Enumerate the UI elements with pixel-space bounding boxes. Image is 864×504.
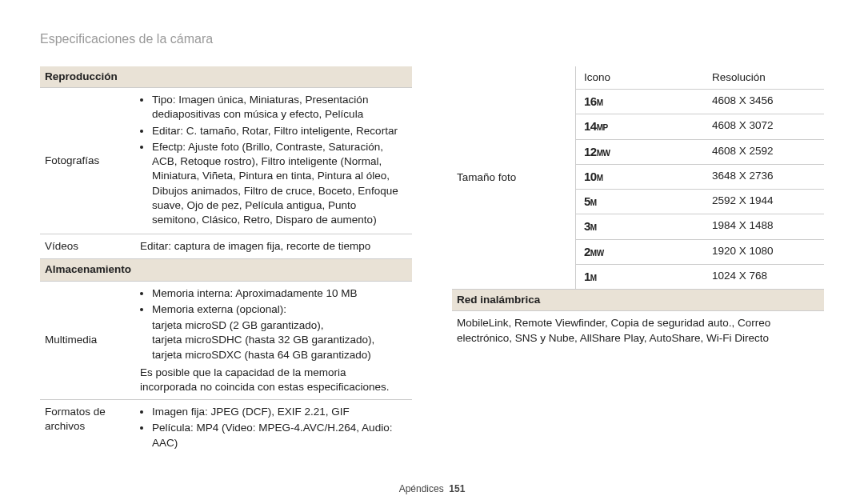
fotografias-bullet-1: Tipo: Imagen única, Miniaturas, Presenta… bbox=[152, 93, 406, 122]
size-icon-cell: 3M bbox=[576, 214, 704, 239]
size-table-row: 1M1024 X 768 bbox=[576, 264, 824, 289]
size-table-row: 5M2592 X 1944 bbox=[576, 190, 824, 214]
size-resolution-cell: 1920 X 1080 bbox=[704, 239, 824, 264]
size-icon-cell: 2MW bbox=[576, 239, 704, 264]
formatos-bullet-2: Película: MP4 (Video: MPEG-4.AVC/H.264, … bbox=[152, 421, 406, 450]
size-table-row: 3M1984 X 1488 bbox=[576, 214, 824, 239]
formatos-label: Formatos de archivos bbox=[40, 400, 135, 457]
videos-content: Editar: captura de imagen fija, recorte … bbox=[135, 234, 412, 259]
size-table-row: 14MP4608 X 3072 bbox=[576, 114, 824, 139]
page-footer: Apéndices 151 bbox=[0, 483, 864, 494]
tamano-foto-label: Tamaño foto bbox=[452, 66, 576, 290]
size-table-row: 16M4608 X 3456 bbox=[576, 90, 824, 114]
right-column: Tamaño foto Icono Resolución 16M4608 X 3… bbox=[452, 66, 824, 457]
videos-label: Vídeos bbox=[40, 234, 135, 259]
fotografias-content: Tipo: Imagen única, Miniaturas, Presenta… bbox=[135, 88, 412, 234]
wireless-content: MobileLink, Remote Viewfinder, Copia de … bbox=[452, 311, 824, 350]
formatos-content: Imagen fija: JPEG (DCF), EXIF 2.21, GIF … bbox=[135, 400, 412, 457]
size-resolution-cell: 3648 X 2736 bbox=[704, 164, 824, 189]
left-column: Reproducción Fotografías Tipo: Imagen ún… bbox=[40, 66, 412, 457]
size-resolution-cell: 4608 X 2592 bbox=[704, 139, 824, 164]
section-head-reproduccion: Reproducción bbox=[40, 66, 412, 88]
size-table-row: 12MW4608 X 2592 bbox=[576, 139, 824, 164]
size-icon-cell: 16M bbox=[576, 90, 704, 114]
section-head-red-inalambrica: Red inalámbrica bbox=[452, 290, 824, 311]
size-table-head-icono: Icono bbox=[576, 66, 704, 90]
size-table-row: 2MW1920 X 1080 bbox=[576, 239, 824, 264]
size-icon-cell: 1M bbox=[576, 264, 704, 289]
size-icon-cell: 12MW bbox=[576, 139, 704, 164]
size-resolution-cell: 4608 X 3072 bbox=[704, 114, 824, 139]
multimedia-sub-3: tarjeta microSDXC (hasta 64 GB garantiza… bbox=[140, 348, 406, 362]
multimedia-bullet-2: Memoria externa (opcional): bbox=[152, 302, 406, 317]
fotografias-label: Fotografías bbox=[40, 88, 135, 234]
size-resolution-cell: 1984 X 1488 bbox=[704, 214, 824, 239]
multimedia-bullet-1: Memoria interna: Aproximadamente 10 MB bbox=[152, 286, 406, 301]
footer-section-label: Apéndices bbox=[399, 483, 444, 494]
footer-page-number: 151 bbox=[449, 483, 465, 494]
multimedia-note: Es posible que la capacidad de la memori… bbox=[140, 366, 406, 394]
multimedia-sub-2: tarjeta microSDHC (hasta 32 GB garantiza… bbox=[140, 333, 406, 347]
fotografias-bullet-3: Efectp: Ajuste foto (Brillo, Contraste, … bbox=[152, 140, 406, 227]
multimedia-sub-1: tarjeta microSD (2 GB garantizado), bbox=[140, 318, 406, 333]
size-icon-cell: 14MP bbox=[576, 114, 704, 139]
formatos-bullet-1: Imagen fija: JPEG (DCF), EXIF 2.21, GIF bbox=[152, 405, 406, 419]
fotografias-bullet-2: Editar: C. tamaño, Rotar, Filtro intelig… bbox=[152, 124, 406, 138]
size-resolution-cell: 4608 X 3456 bbox=[704, 90, 824, 114]
multimedia-content: Memoria interna: Aproximadamente 10 MB M… bbox=[135, 281, 412, 400]
size-table-head-resolucion: Resolución bbox=[704, 66, 824, 90]
page-title: Especificaciones de la cámara bbox=[40, 32, 824, 46]
multimedia-label: Multimedia bbox=[40, 281, 135, 400]
size-icon-cell: 10M bbox=[576, 164, 704, 189]
size-icon-cell: 5M bbox=[576, 190, 704, 214]
size-resolution-cell: 2592 X 1944 bbox=[704, 190, 824, 214]
section-head-almacenamiento: Almacenamiento bbox=[40, 259, 412, 281]
size-resolution-cell: 1024 X 768 bbox=[704, 264, 824, 289]
size-table-row: 10M3648 X 2736 bbox=[576, 164, 824, 189]
